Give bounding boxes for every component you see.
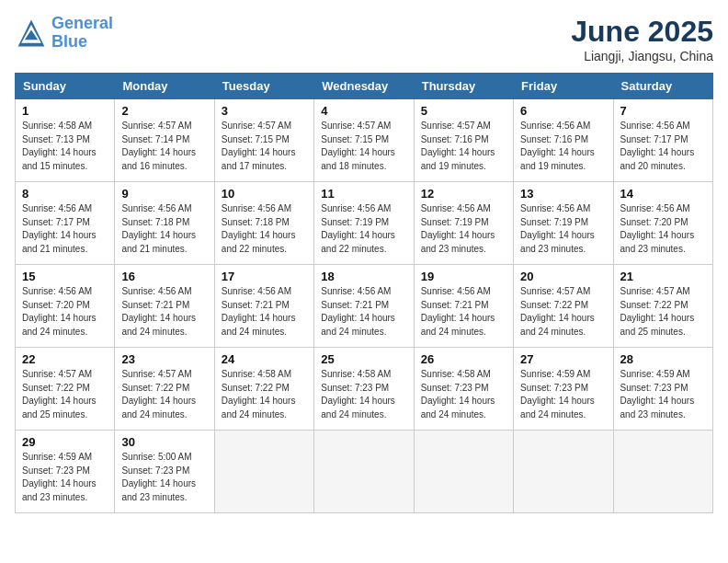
- logo-line2: Blue: [51, 32, 87, 51]
- calendar-cell: 27Sunrise: 4:59 AMSunset: 7:23 PMDayligh…: [514, 348, 613, 431]
- calendar-cell: 15Sunrise: 4:56 AMSunset: 7:20 PMDayligh…: [16, 265, 115, 348]
- day-number: 18: [321, 270, 406, 283]
- logo: General Blue: [15, 15, 113, 52]
- day-number: 23: [121, 352, 207, 366]
- day-number: 25: [321, 352, 406, 366]
- calendar-cell: 5Sunrise: 4:57 AMSunset: 7:16 PMDaylight…: [414, 99, 513, 182]
- day-number: 21: [620, 270, 706, 283]
- day-info: Sunrise: 4:57 AMSunset: 7:22 PMDaylight:…: [121, 368, 207, 421]
- calendar-cell: 19Sunrise: 4:56 AMSunset: 7:21 PMDayligh…: [414, 265, 513, 348]
- day-number: 29: [22, 435, 108, 449]
- day-number: 17: [222, 270, 307, 283]
- calendar-cell: 10Sunrise: 4:56 AMSunset: 7:18 PMDayligh…: [214, 182, 313, 265]
- day-info: Sunrise: 4:56 AMSunset: 7:20 PMDaylight:…: [22, 285, 108, 339]
- day-number: 5: [421, 104, 506, 118]
- calendar-cell: 2Sunrise: 4:57 AMSunset: 7:14 PMDaylight…: [115, 99, 214, 182]
- day-number: 7: [620, 104, 706, 118]
- day-info: Sunrise: 4:58 AMSunset: 7:13 PMDaylight:…: [22, 120, 108, 173]
- day-info: Sunrise: 4:56 AMSunset: 7:21 PMDaylight:…: [121, 285, 207, 339]
- col-header-wednesday: Wednesday: [314, 74, 414, 99]
- col-header-thursday: Thursday: [414, 74, 513, 99]
- calendar-cell: 24Sunrise: 4:58 AMSunset: 7:22 PMDayligh…: [214, 348, 313, 431]
- calendar-cell: 23Sunrise: 4:57 AMSunset: 7:22 PMDayligh…: [115, 348, 214, 431]
- calendar-cell: 9Sunrise: 4:56 AMSunset: 7:18 PMDaylight…: [115, 182, 214, 265]
- header-row: SundayMondayTuesdayWednesdayThursdayFrid…: [16, 74, 713, 99]
- calendar-cell: 25Sunrise: 4:58 AMSunset: 7:23 PMDayligh…: [314, 348, 414, 431]
- day-number: 24: [222, 352, 307, 366]
- day-info: Sunrise: 4:58 AMSunset: 7:22 PMDaylight:…: [222, 368, 307, 421]
- day-info: Sunrise: 4:56 AMSunset: 7:17 PMDaylight:…: [620, 120, 706, 173]
- day-info: Sunrise: 4:56 AMSunset: 7:16 PMDaylight:…: [520, 120, 606, 173]
- day-info: Sunrise: 4:56 AMSunset: 7:21 PMDaylight:…: [222, 285, 307, 339]
- calendar-title: June 2025: [571, 15, 713, 49]
- day-number: 3: [222, 104, 307, 118]
- col-header-tuesday: Tuesday: [214, 74, 313, 99]
- day-number: 11: [321, 187, 406, 201]
- day-info: Sunrise: 4:57 AMSunset: 7:14 PMDaylight:…: [121, 120, 207, 173]
- day-info: Sunrise: 4:56 AMSunset: 7:19 PMDaylight:…: [321, 202, 406, 256]
- day-info: Sunrise: 4:56 AMSunset: 7:19 PMDaylight:…: [520, 202, 606, 256]
- logo-icon: [15, 17, 48, 50]
- title-area: June 2025 Liangji, Jiangsu, China: [571, 15, 713, 63]
- day-number: 15: [22, 270, 108, 283]
- calendar-cell: [514, 431, 613, 513]
- day-info: Sunrise: 4:57 AMSunset: 7:16 PMDaylight:…: [421, 120, 506, 173]
- day-number: 19: [421, 270, 506, 283]
- day-info: Sunrise: 4:56 AMSunset: 7:20 PMDaylight:…: [620, 202, 706, 256]
- day-number: 14: [620, 187, 706, 201]
- col-header-monday: Monday: [115, 74, 214, 99]
- logo-line1: General: [51, 14, 113, 32]
- calendar-cell: 21Sunrise: 4:57 AMSunset: 7:22 PMDayligh…: [613, 265, 712, 348]
- calendar-cell: [214, 431, 313, 513]
- calendar-cell: 4Sunrise: 4:57 AMSunset: 7:15 PMDaylight…: [314, 99, 414, 182]
- day-number: 6: [520, 104, 606, 118]
- day-number: 16: [121, 270, 207, 283]
- day-number: 22: [22, 352, 108, 366]
- day-info: Sunrise: 4:57 AMSunset: 7:22 PMDaylight:…: [620, 285, 706, 339]
- day-number: 2: [121, 104, 207, 118]
- calendar-cell: 3Sunrise: 4:57 AMSunset: 7:15 PMDaylight…: [214, 99, 313, 182]
- day-number: 9: [121, 187, 207, 201]
- calendar-cell: [314, 431, 414, 513]
- calendar-cell: 6Sunrise: 4:56 AMSunset: 7:16 PMDaylight…: [514, 99, 613, 182]
- day-number: 1: [22, 104, 108, 118]
- calendar-cell: 26Sunrise: 4:58 AMSunset: 7:23 PMDayligh…: [414, 348, 513, 431]
- calendar-week-5: 29Sunrise: 4:59 AMSunset: 7:23 PMDayligh…: [16, 431, 713, 513]
- calendar-cell: 7Sunrise: 4:56 AMSunset: 7:17 PMDaylight…: [613, 99, 712, 182]
- day-number: 12: [421, 187, 506, 201]
- day-number: 27: [520, 352, 606, 366]
- calendar-cell: 8Sunrise: 4:56 AMSunset: 7:17 PMDaylight…: [16, 182, 115, 265]
- calendar-week-2: 8Sunrise: 4:56 AMSunset: 7:17 PMDaylight…: [16, 182, 713, 265]
- day-info: Sunrise: 4:59 AMSunset: 7:23 PMDaylight:…: [620, 368, 706, 421]
- col-header-saturday: Saturday: [613, 74, 712, 99]
- calendar-cell: 1Sunrise: 4:58 AMSunset: 7:13 PMDaylight…: [16, 99, 115, 182]
- day-number: 10: [222, 187, 307, 201]
- day-number: 30: [121, 435, 207, 449]
- calendar-cell: 17Sunrise: 4:56 AMSunset: 7:21 PMDayligh…: [214, 265, 313, 348]
- header: General Blue June 2025 Liangji, Jiangsu,…: [15, 15, 713, 63]
- col-header-sunday: Sunday: [16, 74, 115, 99]
- calendar-cell: 30Sunrise: 5:00 AMSunset: 7:23 PMDayligh…: [115, 431, 214, 513]
- logo-text: General Blue: [51, 15, 113, 52]
- calendar-week-3: 15Sunrise: 4:56 AMSunset: 7:20 PMDayligh…: [16, 265, 713, 348]
- day-number: 26: [421, 352, 506, 366]
- calendar-cell: 18Sunrise: 4:56 AMSunset: 7:21 PMDayligh…: [314, 265, 414, 348]
- day-info: Sunrise: 4:58 AMSunset: 7:23 PMDaylight:…: [321, 368, 406, 421]
- day-number: 20: [520, 270, 606, 283]
- day-number: 4: [321, 104, 406, 118]
- day-number: 13: [520, 187, 606, 201]
- calendar-cell: 29Sunrise: 4:59 AMSunset: 7:23 PMDayligh…: [16, 431, 115, 513]
- day-info: Sunrise: 4:56 AMSunset: 7:17 PMDaylight:…: [22, 202, 108, 256]
- calendar-cell: 28Sunrise: 4:59 AMSunset: 7:23 PMDayligh…: [613, 348, 712, 431]
- calendar-cell: 13Sunrise: 4:56 AMSunset: 7:19 PMDayligh…: [514, 182, 613, 265]
- day-info: Sunrise: 4:58 AMSunset: 7:23 PMDaylight:…: [421, 368, 506, 421]
- calendar-week-4: 22Sunrise: 4:57 AMSunset: 7:22 PMDayligh…: [16, 348, 713, 431]
- day-info: Sunrise: 4:57 AMSunset: 7:22 PMDaylight:…: [22, 368, 108, 421]
- calendar-cell: 22Sunrise: 4:57 AMSunset: 7:22 PMDayligh…: [16, 348, 115, 431]
- calendar-cell: 11Sunrise: 4:56 AMSunset: 7:19 PMDayligh…: [314, 182, 414, 265]
- day-number: 28: [620, 352, 706, 366]
- calendar-cell: 12Sunrise: 4:56 AMSunset: 7:19 PMDayligh…: [414, 182, 513, 265]
- calendar-cell: 14Sunrise: 4:56 AMSunset: 7:20 PMDayligh…: [613, 182, 712, 265]
- day-info: Sunrise: 4:56 AMSunset: 7:18 PMDaylight:…: [222, 202, 307, 256]
- day-info: Sunrise: 5:00 AMSunset: 7:23 PMDaylight:…: [121, 451, 207, 504]
